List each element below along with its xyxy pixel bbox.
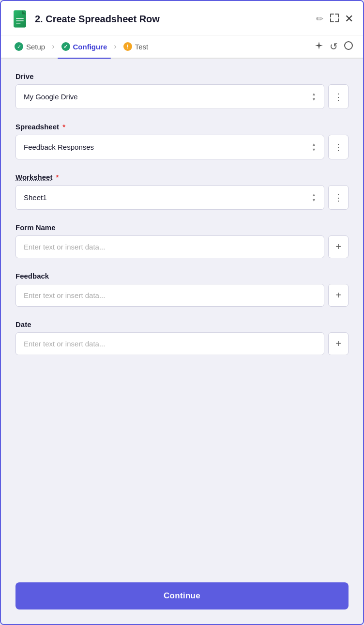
form-name-label: Form Name xyxy=(15,223,349,232)
field-feedback: Feedback Enter text or insert data... + xyxy=(15,272,349,307)
feedback-label: Feedback xyxy=(15,272,349,280)
field-spreadsheet: Spreadsheet * Feedback Responses ▲ ▼ ⋮ xyxy=(15,123,349,159)
close-icon[interactable]: ✕ xyxy=(345,13,353,25)
form-content: Drive My Google Drive ▲ ▼ ⋮ Spreadsheet … xyxy=(1,59,363,573)
svg-point-6 xyxy=(345,42,352,49)
svg-rect-3 xyxy=(16,18,24,19)
spreadsheet-menu-btn[interactable]: ⋮ xyxy=(328,135,349,159)
form-name-placeholder: Enter text or insert data... xyxy=(24,243,105,251)
worksheet-select[interactable]: Sheet1 ▲ ▼ xyxy=(15,185,324,210)
app-icon xyxy=(11,10,29,28)
drive-input-row: My Google Drive ▲ ▼ ⋮ xyxy=(15,84,349,109)
spreadsheet-required: * xyxy=(61,123,65,131)
drive-menu-btn[interactable]: ⋮ xyxy=(328,84,349,109)
separator-2: › xyxy=(114,42,116,51)
field-worksheet: Worksheet * Sheet1 ▲ ▼ ⋮ xyxy=(15,173,349,210)
field-form-name: Form Name Enter text or insert data... + xyxy=(15,223,349,258)
spreadsheet-label: Spreadsheet * xyxy=(15,123,349,131)
tab-configure-label: Configure xyxy=(73,43,107,51)
expand-icon[interactable] xyxy=(329,13,340,26)
spreadsheet-select[interactable]: Feedback Responses ▲ ▼ xyxy=(15,135,324,159)
footer: Continue xyxy=(1,573,363,624)
worksheet-menu-icon: ⋮ xyxy=(334,192,343,203)
tab-configure[interactable]: ✓ Configure xyxy=(58,35,111,58)
feedback-plus-icon: + xyxy=(335,290,341,301)
worksheet-value: Sheet1 xyxy=(24,193,47,202)
edit-icon[interactable]: ✏ xyxy=(316,14,323,24)
field-date: Date Enter text or insert data... + xyxy=(15,320,349,355)
ai-icon[interactable] xyxy=(314,41,324,53)
field-drive: Drive My Google Drive ▲ ▼ ⋮ xyxy=(15,72,349,109)
spreadsheet-input-row: Feedback Responses ▲ ▼ ⋮ xyxy=(15,135,349,159)
form-name-input[interactable]: Enter text or insert data... xyxy=(15,235,324,258)
page-title: 2. Create Spreadsheet Row xyxy=(35,14,310,25)
drive-chevron: ▲ ▼ xyxy=(312,92,316,102)
worksheet-required: * xyxy=(54,173,59,181)
setup-check-icon: ✓ xyxy=(15,42,23,51)
tab-setup-label: Setup xyxy=(26,43,45,51)
header-actions: ✕ xyxy=(329,13,353,26)
separator-1: › xyxy=(52,42,54,51)
svg-rect-5 xyxy=(16,23,21,24)
date-input[interactable]: Enter text or insert data... xyxy=(15,332,324,355)
date-input-row: Enter text or insert data... + xyxy=(15,332,349,355)
date-label: Date xyxy=(15,320,349,328)
worksheet-input-row: Sheet1 ▲ ▼ ⋮ xyxy=(15,185,349,210)
feedback-input-row: Enter text or insert data... + xyxy=(15,284,349,307)
configure-check-icon: ✓ xyxy=(61,42,70,51)
svg-rect-4 xyxy=(16,20,24,21)
feedback-placeholder: Enter text or insert data... xyxy=(24,291,105,299)
drive-label: Drive xyxy=(15,72,349,80)
test-warning-icon: ! xyxy=(123,42,132,51)
worksheet-chevron: ▲ ▼ xyxy=(312,192,316,203)
date-plus-btn[interactable]: + xyxy=(328,332,349,355)
nav-actions: ↺ xyxy=(314,41,353,53)
refresh-icon[interactable]: ↺ xyxy=(330,41,338,52)
form-name-plus-btn[interactable]: + xyxy=(328,235,349,258)
continue-button[interactable]: Continue xyxy=(15,582,349,609)
date-plus-icon: + xyxy=(335,338,341,349)
drive-menu-icon: ⋮ xyxy=(334,92,343,102)
worksheet-label: Worksheet * xyxy=(15,173,349,181)
form-name-plus-icon: + xyxy=(335,241,341,252)
feedback-input[interactable]: Enter text or insert data... xyxy=(15,284,324,307)
date-placeholder: Enter text or insert data... xyxy=(24,340,105,348)
spreadsheet-value: Feedback Responses xyxy=(24,143,94,151)
spreadsheet-chevron: ▲ ▼ xyxy=(312,142,316,152)
worksheet-menu-btn[interactable]: ⋮ xyxy=(328,185,349,210)
tab-setup[interactable]: ✓ Setup xyxy=(11,35,49,58)
drive-select[interactable]: My Google Drive ▲ ▼ xyxy=(15,84,324,109)
main-panel: 2. Create Spreadsheet Row ✏ ✕ ✓ Setup › … xyxy=(0,0,364,625)
drive-value: My Google Drive xyxy=(24,93,78,101)
tab-test-label: Test xyxy=(135,43,149,51)
header: 2. Create Spreadsheet Row ✏ ✕ xyxy=(1,1,363,35)
tab-test[interactable]: ! Test xyxy=(120,35,152,58)
form-name-input-row: Enter text or insert data... + xyxy=(15,235,349,258)
search-circle-icon[interactable] xyxy=(344,41,353,53)
feedback-plus-btn[interactable]: + xyxy=(328,284,349,307)
spreadsheet-menu-icon: ⋮ xyxy=(334,142,343,153)
nav-tabs: ✓ Setup › ✓ Configure › ! Test ↺ xyxy=(1,35,363,59)
